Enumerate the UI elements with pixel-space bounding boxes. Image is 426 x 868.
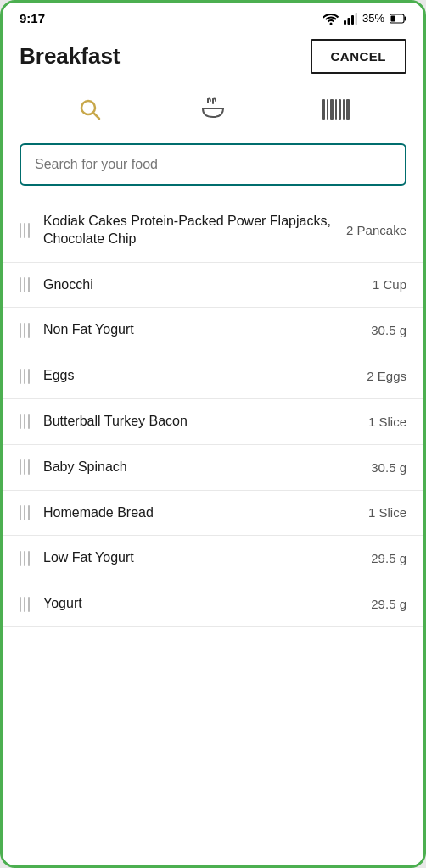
phone-frame: 9:17 35% bbox=[0, 0, 426, 868]
drag-handle bbox=[20, 277, 30, 292]
bowl-icon bbox=[199, 97, 227, 122]
food-item-name: Low Fat Yogurt bbox=[43, 549, 364, 567]
search-icon bbox=[77, 97, 103, 122]
food-item-name: Kodiak Cakes Protein-Packed Power Flapja… bbox=[43, 213, 339, 248]
search-icon-button[interactable] bbox=[73, 92, 107, 126]
search-container bbox=[3, 136, 423, 199]
svg-line-8 bbox=[93, 113, 99, 119]
svg-rect-14 bbox=[330, 99, 334, 120]
drag-handle bbox=[20, 414, 30, 429]
svg-rect-12 bbox=[322, 99, 325, 120]
food-item-quantity: 29.5 g bbox=[371, 597, 406, 611]
status-bar: 9:17 35% bbox=[3, 3, 423, 31]
food-list-item[interactable]: Butterball Turkey Bacon1 Slice bbox=[3, 399, 423, 445]
food-item-quantity: 2 Eggs bbox=[367, 369, 406, 383]
drag-handle bbox=[20, 597, 30, 612]
food-list: Kodiak Cakes Protein-Packed Power Flapja… bbox=[3, 199, 423, 865]
food-item-quantity: 29.5 g bbox=[371, 551, 406, 565]
food-item-name: Homemade Bread bbox=[43, 504, 362, 522]
drag-handle bbox=[20, 369, 30, 384]
cancel-button[interactable]: CANCEL bbox=[311, 39, 407, 74]
drag-handle bbox=[20, 323, 30, 338]
food-item-quantity: 1 Cup bbox=[373, 277, 406, 292]
drag-handle bbox=[20, 223, 30, 238]
food-list-item[interactable]: Gnocchi1 Cup bbox=[3, 263, 423, 309]
food-item-name: Yogurt bbox=[43, 595, 364, 613]
drag-handle bbox=[20, 505, 30, 520]
food-item-quantity: 2 Pancake bbox=[346, 223, 406, 237]
food-item-name: Butterball Turkey Bacon bbox=[43, 413, 362, 431]
drag-handle bbox=[20, 459, 30, 475]
search-input-wrapper[interactable] bbox=[20, 143, 406, 186]
food-list-item[interactable]: Homemade Bread1 Slice bbox=[3, 491, 423, 537]
svg-rect-15 bbox=[335, 99, 337, 120]
signal-icon bbox=[344, 13, 357, 25]
bowl-icon-button[interactable] bbox=[196, 92, 230, 126]
svg-rect-18 bbox=[346, 99, 350, 120]
food-item-quantity: 1 Slice bbox=[368, 415, 406, 429]
svg-rect-3 bbox=[355, 13, 357, 25]
battery-icon bbox=[390, 14, 406, 24]
icon-toolbar bbox=[3, 86, 423, 136]
svg-rect-0 bbox=[344, 20, 346, 25]
food-item-quantity: 30.5 g bbox=[371, 323, 406, 337]
barcode-icon bbox=[321, 97, 351, 121]
food-item-name: Non Fat Yogurt bbox=[43, 321, 364, 339]
svg-rect-17 bbox=[343, 99, 345, 120]
svg-rect-16 bbox=[339, 99, 341, 120]
svg-rect-13 bbox=[327, 99, 328, 120]
barcode-icon-button[interactable] bbox=[319, 92, 353, 126]
food-item-name: Eggs bbox=[43, 367, 360, 385]
food-item-name: Gnocchi bbox=[43, 276, 366, 294]
food-list-item[interactable]: Baby Spinach30.5 g bbox=[3, 445, 423, 491]
page-title: Breakfast bbox=[20, 43, 121, 70]
svg-rect-6 bbox=[391, 15, 395, 21]
search-input[interactable] bbox=[35, 157, 391, 172]
food-list-item[interactable]: Yogurt29.5 g bbox=[3, 581, 423, 627]
wifi-icon bbox=[323, 13, 339, 25]
food-list-item[interactable]: Eggs2 Eggs bbox=[3, 353, 423, 399]
drag-handle bbox=[20, 551, 30, 566]
status-icons: 35% bbox=[323, 12, 406, 25]
header: Breakfast CANCEL bbox=[3, 31, 423, 86]
food-list-item[interactable]: Low Fat Yogurt29.5 g bbox=[3, 536, 423, 581]
food-list-item[interactable]: Kodiak Cakes Protein-Packed Power Flapja… bbox=[3, 199, 423, 263]
svg-rect-1 bbox=[347, 18, 350, 25]
food-item-quantity: 30.5 g bbox=[371, 460, 406, 475]
svg-rect-5 bbox=[405, 16, 406, 20]
svg-rect-2 bbox=[351, 15, 354, 25]
battery-text: 35% bbox=[362, 12, 384, 25]
status-time: 9:17 bbox=[20, 11, 45, 25]
food-item-quantity: 1 Slice bbox=[368, 505, 406, 520]
food-item-name: Baby Spinach bbox=[43, 459, 364, 476]
food-list-item[interactable]: Non Fat Yogurt30.5 g bbox=[3, 308, 423, 353]
